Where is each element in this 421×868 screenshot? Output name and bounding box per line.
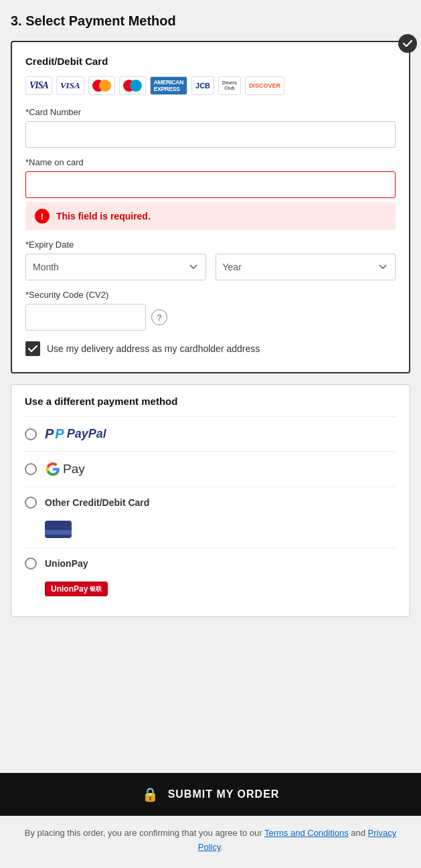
security-row: ? (25, 304, 396, 331)
name-on-card-field: *Name on card ! This field is required. (25, 157, 396, 230)
submit-bar[interactable]: 🔒 SUBMIT MY ORDER (0, 773, 421, 816)
diners-logo: DinersClub (218, 76, 241, 95)
name-error-box: ! This field is required. (25, 202, 396, 230)
error-message: This field is required. (56, 211, 151, 222)
alt-payment-title: Use a different payment method (25, 396, 396, 407)
other-card-label: Other Credit/Debit Card (45, 497, 149, 508)
expiry-date-label: *Expiry Date (25, 240, 396, 250)
card-logos: VISA VISA AMERICANEXPRESS (25, 76, 396, 95)
card-number-input[interactable] (25, 121, 396, 148)
unionpay-top: UnionPay (25, 557, 88, 570)
other-card-icon-container (45, 521, 72, 538)
unionpay-badge: UnionPay 银联 (45, 582, 108, 596)
unionpay-icon-container: UnionPay 银联 (45, 582, 108, 596)
footer-and: and (349, 828, 368, 838)
selected-check-badge (398, 34, 417, 53)
lock-icon: 🔒 (142, 786, 159, 802)
delivery-address-label: Use my delivery address as my cardholder… (47, 343, 260, 354)
credit-card-panel: Credit/Debit Card VISA VISA (11, 41, 410, 373)
visa-plain-logo: VISA (25, 76, 52, 95)
security-code-field: *Security Code (CV2) ? (25, 290, 396, 331)
credit-card-icon (45, 521, 72, 538)
other-card-radio[interactable] (25, 497, 37, 509)
delivery-address-checkbox[interactable] (25, 341, 40, 356)
paypal-logo: P P PayPal (45, 426, 106, 442)
visa-logo: VISA (56, 76, 84, 95)
jcb-logo: JCB (191, 76, 214, 95)
alt-payment-panel: Use a different payment method P P PayPa… (11, 384, 410, 617)
gpay-radio[interactable] (25, 463, 37, 475)
unionpay-label: UnionPay (45, 558, 88, 569)
name-on-card-label: *Name on card (25, 157, 396, 167)
mastercard-logo (88, 76, 115, 95)
other-card-option[interactable]: Other Credit/Debit Card (25, 487, 396, 547)
gpay-logo: Pay (45, 461, 85, 477)
year-select[interactable]: Year 2024 2025 2026 2027 2028 2029 2030 (216, 254, 396, 280)
amex-logo: AMERICANEXPRESS (150, 76, 188, 95)
footer-end: . (221, 842, 224, 852)
maestro-logo (119, 76, 146, 95)
terms-link[interactable]: Terms and Conditions (264, 828, 349, 838)
footer: By placing this order, you are confirmin… (0, 816, 421, 868)
credit-card-title: Credit/Debit Card (25, 56, 396, 67)
paypal-option[interactable]: P P PayPal (25, 416, 396, 451)
name-on-card-input[interactable] (25, 171, 396, 198)
discover-logo: DISCOVER (245, 76, 284, 95)
cvv-help-icon[interactable]: ? (151, 309, 167, 325)
card-number-field: *Card Number (25, 107, 396, 148)
card-number-label: *Card Number (25, 107, 396, 117)
gpay-option[interactable]: Pay (25, 451, 396, 487)
security-code-label: *Security Code (CV2) (25, 290, 396, 300)
footer-text: By placing this order, you are confirmin… (25, 828, 264, 838)
expiry-date-field: *Expiry Date Month January February Marc… (25, 240, 396, 280)
delivery-address-checkbox-row[interactable]: Use my delivery address as my cardholder… (25, 341, 396, 356)
error-icon: ! (35, 209, 50, 224)
submit-button-label: SUBMIT MY ORDER (168, 788, 280, 800)
unionpay-option[interactable]: UnionPay UnionPay 银联 (25, 547, 396, 606)
section-title: 3. Select Payment Method (11, 13, 410, 29)
paypal-radio[interactable] (25, 428, 37, 440)
security-code-input[interactable] (25, 304, 146, 331)
other-card-top: Other Credit/Debit Card (25, 497, 149, 509)
expiry-row: Month January February March April May J… (25, 254, 396, 280)
month-select[interactable]: Month January February March April May J… (25, 254, 206, 280)
unionpay-radio[interactable] (25, 557, 37, 570)
